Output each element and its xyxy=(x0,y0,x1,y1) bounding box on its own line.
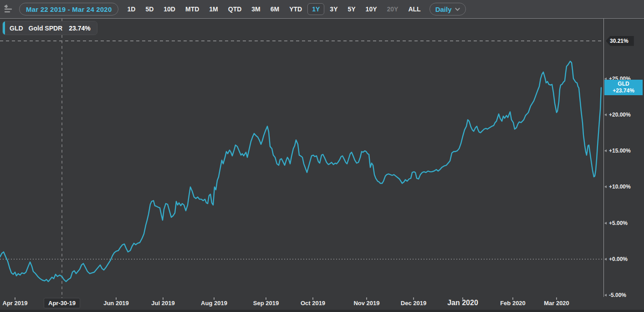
badge-symbol: GLD xyxy=(604,81,643,87)
legend-security-name: Gold SPDR xyxy=(29,25,63,32)
x-axis-label: Sep 2019 xyxy=(253,300,279,307)
period-button-10y[interactable]: 10Y xyxy=(361,3,382,15)
badge-percent-change: +23.74% xyxy=(604,87,643,94)
period-button-5d[interactable]: 5D xyxy=(141,3,158,15)
x-axis-label: Jun 2019 xyxy=(103,300,129,307)
charting-app-window: Mar 22 2019 - Mar 24 2020 1D5D10DMTD1MQT… xyxy=(0,0,644,312)
date-range-label: Mar 22 2019 - Mar 24 2020 xyxy=(26,5,112,13)
x-axis[interactable]: Apr 2019Apr-30-19Jun 2019Jul 2019Aug 201… xyxy=(0,297,604,310)
symbol-legend[interactable]: GLD Gold SPDR 23.74% xyxy=(2,21,97,35)
period-button-1d[interactable]: 1D xyxy=(123,3,140,15)
period-button-1m[interactable]: 1M xyxy=(204,3,222,15)
y-axis[interactable]: 30.21%+25.00%+20.00%+15.00%+10.00%+5.00%… xyxy=(604,19,644,312)
period-button-6m[interactable]: 6M xyxy=(266,3,284,15)
x-axis-label: Dec 2019 xyxy=(401,300,426,307)
collapse-menu-icon xyxy=(4,5,15,14)
y-axis-label: +20.00% xyxy=(609,112,631,118)
period-button-5y[interactable]: 5Y xyxy=(343,3,360,15)
y-axis-tick-mark xyxy=(604,258,607,261)
period-button-3y[interactable]: 3Y xyxy=(325,3,342,15)
y-axis-label: +0.00% xyxy=(609,256,628,262)
x-axis-label: Aug 2019 xyxy=(201,300,227,307)
price-line-chart xyxy=(0,19,604,297)
y-axis-label: +15.00% xyxy=(609,148,631,154)
collapse-sidebar-button[interactable] xyxy=(0,0,18,18)
y-axis-label: -5.00% xyxy=(609,292,626,298)
chevron-down-icon xyxy=(455,7,460,12)
period-button-group: 1D5D10DMTD1MQTD3M6MYTD1Y3Y5Y10Y20YALL xyxy=(122,3,425,15)
legend-color-swatch xyxy=(3,21,5,35)
y-axis-label: +5.00% xyxy=(609,220,628,226)
x-axis-label: Mar 2020 xyxy=(544,300,569,307)
frequency-dropdown[interactable]: Daily xyxy=(429,3,466,15)
period-button-1y[interactable]: 1Y xyxy=(307,3,324,15)
period-button-20y: 20Y xyxy=(383,3,403,15)
current-value-badge: GLD+23.74% xyxy=(604,80,643,95)
period-button-3m[interactable]: 3M xyxy=(247,3,265,15)
legend-percent-change: 23.74% xyxy=(69,25,90,32)
x-axis-label: Jan 2020 xyxy=(447,299,478,307)
x-axis-label: Apr 2019 xyxy=(3,300,28,307)
y-axis-tick-mark xyxy=(604,149,607,152)
x-axis-label: Oct 2019 xyxy=(301,300,325,307)
y-axis-high-tag: 30.21% xyxy=(606,36,634,46)
y-axis-tick-mark xyxy=(604,294,607,297)
frequency-selected-value: Daily xyxy=(435,5,452,13)
legend-ticker-symbol: GLD xyxy=(10,25,23,32)
period-button-all[interactable]: ALL xyxy=(404,3,425,15)
chart-toolbar: Mar 22 2019 - Mar 24 2020 1D5D10DMTD1MQT… xyxy=(0,0,644,19)
crosshair-date-label: Apr-30-19 xyxy=(44,298,80,308)
x-axis-label: Feb 2020 xyxy=(500,300,526,307)
y-axis-tick-mark xyxy=(604,222,607,225)
y-axis-tick-mark xyxy=(604,185,607,188)
x-axis-label: Nov 2019 xyxy=(353,300,379,307)
period-button-10d[interactable]: 10D xyxy=(159,3,180,15)
bottom-edge-bar xyxy=(0,310,644,312)
y-axis-tick-mark xyxy=(604,113,607,116)
period-button-mtd[interactable]: MTD xyxy=(181,3,204,15)
x-axis-label: Jul 2019 xyxy=(151,300,174,307)
y-axis-label: +10.00% xyxy=(609,184,631,190)
period-button-ytd[interactable]: YTD xyxy=(285,3,307,15)
chart-plot-area[interactable]: GLD Gold SPDR 23.74% xyxy=(0,19,604,297)
date-range-button[interactable]: Mar 22 2019 - Mar 24 2020 xyxy=(19,3,118,15)
gld-price-line xyxy=(0,61,601,281)
period-button-qtd[interactable]: QTD xyxy=(224,3,246,15)
